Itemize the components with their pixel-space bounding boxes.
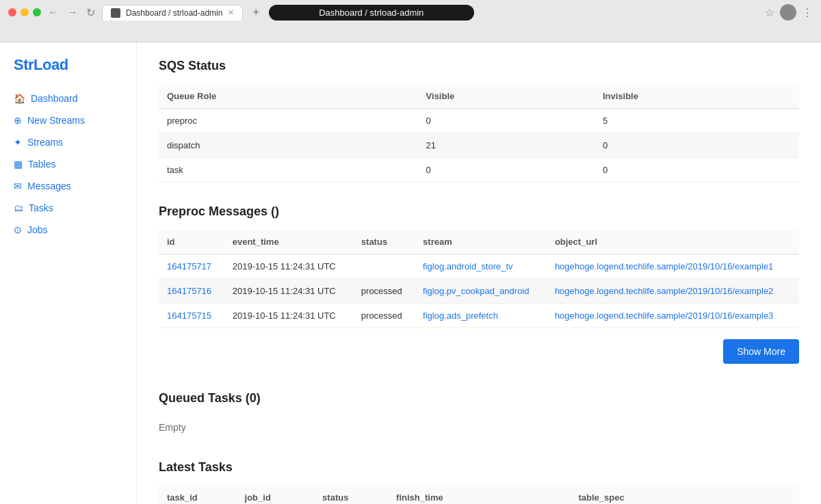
preproc-show-more-button[interactable]: Show More [723,339,799,364]
sqs-invisible-cell: 0 [595,133,799,158]
sidebar-brand[interactable]: StrLoad [0,56,136,88]
table-row: preproc 0 5 [159,109,799,133]
pm-status-cell: processed [353,279,415,304]
sqs-col-invisible: Invisible [595,84,799,109]
sidebar-item-streams[interactable]: ✦ Streams [0,131,136,153]
sqs-status-table: Queue Role Visible Invisible preproc 0 5… [159,84,799,183]
lt-col-job-id: job_id [237,486,315,504]
sidebar-item-jobs[interactable]: ⊙ Jobs [0,219,136,241]
sqs-visible-cell: 0 [418,158,595,183]
tab-favicon [111,8,120,18]
sqs-visible-cell: 21 [418,133,595,158]
sqs-col-role: Queue Role [159,84,418,109]
fullscreen-window-button[interactable] [33,8,41,16]
pm-col-event-time: event_time [224,230,353,254]
table-row: 164175717 2019-10-15 11:24:31 UTC figlog… [159,254,799,279]
latest-tasks-table: task_id job_id status finish_time table_… [159,486,799,504]
sidebar: StrLoad 🏠 Dashboard ⊕ New Streams ✦ Stre… [0,42,137,504]
pm-object-url-cell[interactable]: hogehoge.logend.techlife.sample/2019/10/… [547,279,799,304]
forward-button[interactable]: → [66,5,79,20]
pm-stream-cell[interactable]: figlog.ads_prefetch [415,304,547,328]
sqs-role-cell: task [159,158,418,183]
pm-col-object-url: object_url [547,230,799,254]
tasks-icon: 🗂 [14,202,23,213]
lt-col-finish-time: finish_time [388,486,570,504]
sidebar-item-messages[interactable]: ✉ Messages [0,175,136,197]
lt-col-status: status [314,486,388,504]
pm-col-id: id [159,230,224,254]
sqs-role-cell: dispatch [159,133,418,158]
pm-status-cell: processed [353,304,415,328]
table-row: 164175716 2019-10-15 11:24:31 UTC proces… [159,279,799,304]
main-content: SQS Status Queue Role Visible Invisible … [137,42,821,504]
latest-tasks-title: Latest Tasks [159,460,799,475]
sidebar-label-tasks: Tasks [29,202,53,213]
star-icon[interactable]: ☆ [765,6,774,19]
traffic-lights [8,8,41,16]
sidebar-label-streams: Streams [27,137,63,148]
pm-stream-cell[interactable]: figlog.android_store_tv [415,254,547,279]
pm-object-url-cell[interactable]: hogehoge.logend.techlife.sample/2019/10/… [547,254,799,279]
pm-id-cell[interactable]: 164175716 [159,279,224,304]
sqs-status-title: SQS Status [159,59,799,73]
sqs-status-section: SQS Status Queue Role Visible Invisible … [159,59,799,183]
sqs-col-visible: Visible [418,84,595,109]
pm-id-cell[interactable]: 164175717 [159,254,224,279]
pm-id-cell[interactable]: 164175715 [159,304,224,328]
tab-close-button[interactable]: ✕ [228,8,234,17]
messages-icon: ✉ [14,181,22,191]
close-window-button[interactable] [8,8,16,16]
browser-nav: ← → ↻ Dashboard / strload-admin ✕ + Dash… [0,0,821,25]
table-row: 164175715 2019-10-15 11:24:31 UTC proces… [159,304,799,328]
url-bar[interactable]: Dashboard / strload-admin [269,5,474,21]
sidebar-label-jobs: Jobs [27,224,48,235]
pm-status-cell [353,254,415,279]
refresh-button[interactable]: ↻ [85,5,96,21]
back-button[interactable]: ← [47,5,60,20]
preproc-messages-title: Preproc Messages () [159,204,799,219]
minimize-window-button[interactable] [21,8,29,16]
pm-event-time-cell: 2019-10-15 11:24:31 UTC [224,254,353,279]
pm-stream-cell[interactable]: figlog.pv_cookpad_android [415,279,547,304]
pm-object-url-cell[interactable]: hogehoge.logend.techlife.sample/2019/10/… [547,304,799,328]
jobs-icon: ⊙ [14,224,22,235]
sqs-role-cell: preproc [159,109,418,133]
menu-icon[interactable]: ⋮ [802,6,813,19]
browser-nav-right: ☆ ⋮ [765,4,813,21]
sidebar-item-tables[interactable]: ▦ Tables [0,153,136,175]
tab-label: Dashboard / strload-admin [126,8,222,18]
app-layout: StrLoad 🏠 Dashboard ⊕ New Streams ✦ Stre… [0,42,821,504]
lt-col-table-spec: table_spec [570,486,799,504]
lt-col-task-id: task_id [159,486,237,504]
tables-icon: ▦ [14,159,23,170]
user-avatar[interactable] [780,4,796,21]
pm-event-time-cell: 2019-10-15 11:24:31 UTC [224,304,353,328]
home-icon: 🏠 [14,93,25,104]
queued-tasks-section: Queued Tasks (0) Empty [159,391,799,438]
table-row: dispatch 21 0 [159,133,799,158]
browser-tab[interactable]: Dashboard / strload-admin ✕ [102,5,243,21]
preproc-messages-section: Preproc Messages () id event_time status… [159,204,799,369]
sidebar-item-tasks[interactable]: 🗂 Tasks [0,197,136,219]
pm-col-stream: stream [415,230,547,254]
plus-circle-icon: ⊕ [14,115,22,126]
queued-tasks-empty: Empty [159,416,799,438]
sqs-visible-cell: 0 [418,109,595,133]
sidebar-item-dashboard[interactable]: 🏠 Dashboard [0,88,136,109]
sqs-invisible-cell: 0 [595,158,799,183]
sidebar-item-new-streams[interactable]: ⊕ New Streams [0,109,136,131]
sidebar-label-tables: Tables [28,159,55,170]
sidebar-label-dashboard: Dashboard [31,93,78,104]
preproc-show-more-container: Show More [159,334,799,369]
table-row: task 0 0 [159,158,799,183]
pm-col-status: status [353,230,415,254]
sidebar-label-messages: Messages [27,181,71,191]
new-tab-button[interactable]: + [248,5,263,20]
sqs-invisible-cell: 5 [595,109,799,133]
queued-tasks-title: Queued Tasks (0) [159,391,799,406]
preproc-messages-table: id event_time status stream object_url 1… [159,230,799,328]
sidebar-label-new-streams: New Streams [27,115,85,126]
pm-event-time-cell: 2019-10-15 11:24:31 UTC [224,279,353,304]
browser-chrome: ← → ↻ Dashboard / strload-admin ✕ + Dash… [0,0,821,42]
streams-icon: ✦ [14,137,22,148]
